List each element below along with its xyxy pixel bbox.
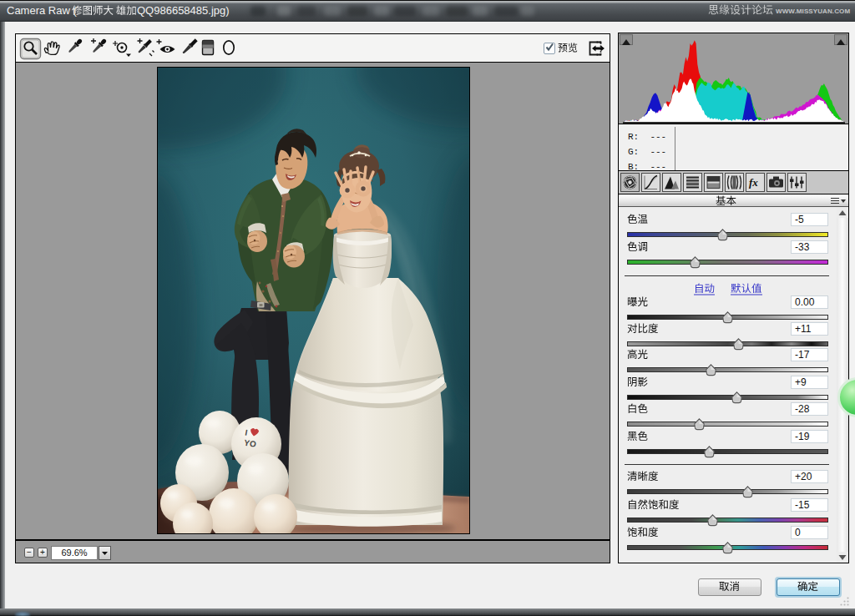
svg-text:fx: fx (749, 176, 758, 189)
